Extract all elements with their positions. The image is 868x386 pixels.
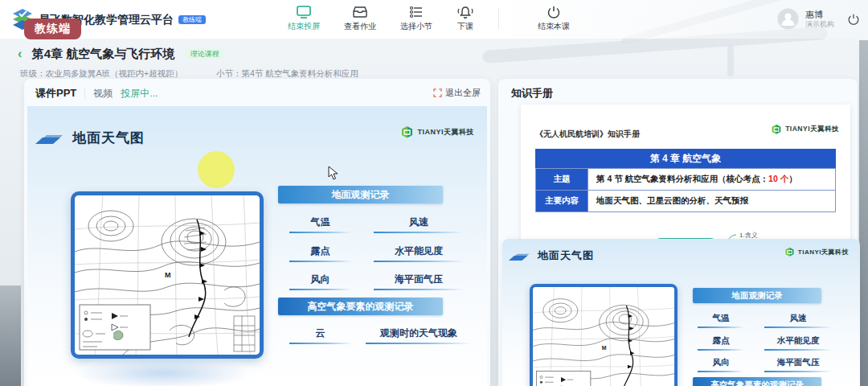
- chapter-banner: 第 4 章 航空气象: [535, 149, 836, 168]
- topic-text: ）: [788, 174, 797, 183]
- tianyi-logo-icon: [400, 125, 414, 139]
- weather-item: 水平能见度: [755, 335, 841, 351]
- tianyi-logo-icon: [771, 124, 782, 135]
- weather-map-image: M: [533, 287, 674, 386]
- mouse-cursor: [328, 166, 338, 180]
- chapter-title: 第4章 航空气象与飞行环境: [32, 47, 175, 60]
- end-casting-button[interactable]: 结束投屏: [288, 5, 320, 32]
- manual-panel-title: 知识手册: [511, 86, 553, 101]
- weather-item: 海平面气压: [755, 357, 841, 372]
- exit-fullscreen-button[interactable]: 退出全屏: [433, 87, 481, 99]
- user-org: 演示机构: [805, 20, 834, 29]
- cast-screen-icon: [296, 5, 312, 19]
- bell-icon: [457, 5, 474, 19]
- item-label: 水平能见度: [755, 335, 841, 347]
- background-edge-right: [859, 40, 868, 386]
- item-label: 露点: [278, 244, 362, 258]
- header-divider: [498, 8, 499, 29]
- weather-item: 风速: [755, 313, 841, 328]
- weather-map-image: M: [75, 195, 260, 355]
- mini-surface-records-header: 地面观测记录: [693, 288, 821, 303]
- select-section-button[interactable]: 选择小节: [400, 5, 432, 32]
- item-label: 水平能见度: [362, 244, 475, 258]
- tab-divider: [84, 88, 85, 99]
- weather-item: 水平能见度: [362, 244, 475, 262]
- user-name: 惠博: [805, 10, 834, 20]
- item-label: 海平面气压: [362, 273, 475, 286]
- background-edge-left: [0, 285, 21, 386]
- manual-doc-header: 《无人机民航培训》知识手册: [535, 129, 640, 140]
- manual-brand: TIANYI天翼科技: [785, 125, 839, 134]
- weather-item: 气温: [687, 313, 755, 328]
- item-label: 露点: [687, 335, 755, 347]
- mini-upper-air-records-header: 高空气象要素的观测记录: [693, 377, 821, 386]
- select-section-label: 选择小节: [400, 21, 432, 32]
- logout-power-icon[interactable]: [847, 13, 860, 26]
- slide-brand: TIANYI天翼科技: [417, 127, 474, 138]
- course-type-badge: 理论课程: [185, 48, 225, 60]
- mini-slide-panel: 地面天气图 TIANYI天翼科技: [502, 239, 860, 386]
- topic-text: 第 4 节 航空气象资料分析和应用（核心考点：: [596, 174, 768, 183]
- end-lesson-label: 结束本课: [538, 21, 570, 32]
- weather-item: 气温: [278, 216, 362, 233]
- table-row-value: 第 4 节 航空气象资料分析和应用（核心考点：10 个）: [588, 169, 836, 191]
- item-label: 海平面气压: [755, 357, 841, 368]
- mini-slide-brand: TIANYI天翼科技: [798, 248, 849, 257]
- view-homework-label: 查看作业: [344, 21, 376, 32]
- slide-title-icon: [35, 130, 68, 145]
- laser-pointer-dot: [198, 151, 235, 188]
- casting-status: 投屏中...: [121, 87, 158, 101]
- avatar[interactable]: [777, 8, 799, 30]
- item-label: 气温: [278, 216, 362, 229]
- map-pressure-label: M: [602, 345, 607, 351]
- weather-item: 露点: [278, 244, 362, 262]
- back-chevron-icon[interactable]: ‹: [18, 47, 22, 60]
- dismiss-class-label: 下课: [457, 21, 473, 32]
- tianyi-logo-icon: [784, 247, 795, 257]
- mini-slide-title: 地面天气图: [538, 248, 594, 263]
- surface-records-header: 地面观测记录: [278, 186, 443, 203]
- surface-weather-map: M: [71, 191, 264, 359]
- item-label: 风向: [687, 357, 755, 368]
- table-row: 主题 第 4 节 航空气象资料分析和应用（核心考点：10 个）: [536, 169, 836, 191]
- class-label: 班级：农业局多旋翼A班（视距内+超视距）: [20, 68, 182, 78]
- map-reflection: [74, 357, 252, 386]
- item-label: 风速: [362, 216, 475, 229]
- section-label: 小节：第4节 航空气象资料分析和应用: [216, 68, 358, 78]
- tab-video[interactable]: 视频: [93, 87, 113, 101]
- slide-title: 地面天气图: [72, 129, 145, 147]
- coach-mode-overlay-badge: 教练端: [24, 18, 81, 39]
- homework-icon: [352, 5, 368, 19]
- weather-item: 观测时的天气现象: [362, 326, 475, 344]
- end-lesson-button[interactable]: 结束本课: [538, 5, 570, 32]
- weather-item: 风向: [687, 357, 755, 372]
- app-window: 易飞数智化教学管理云平台教练端 结束投屏 查看作业: [0, 0, 868, 386]
- background-photo-pipe: [727, 44, 734, 76]
- exit-fullscreen-label: 退出全屏: [445, 87, 481, 99]
- item-label: 风速: [755, 313, 841, 324]
- power-icon: [547, 5, 561, 19]
- weather-item: 风速: [362, 216, 475, 233]
- item-label: 观测时的天气现象: [362, 326, 475, 340]
- section-list-icon: [408, 5, 424, 19]
- platform-role-badge: 教练端: [178, 15, 206, 24]
- top-header-bar: 易飞数智化教学管理云平台教练端 结束投屏 查看作业: [0, 0, 868, 39]
- map-pressure-label: M: [165, 271, 171, 279]
- ppt-slide: 地面天气图 TIANYI天翼科技: [27, 106, 487, 386]
- item-label: 气温: [687, 313, 755, 324]
- weather-item: 海平面气压: [362, 273, 475, 290]
- exit-fullscreen-icon: [433, 88, 442, 97]
- slide-title-icon: [509, 250, 533, 261]
- table-row-label: 主题: [536, 169, 588, 191]
- topic-highlight: 10 个: [768, 174, 788, 183]
- weather-item: 风向: [278, 273, 362, 290]
- courseware-panel: 课件PPT 视频 投屏中... 退出全屏 地面天气图: [24, 79, 490, 386]
- view-homework-button[interactable]: 查看作业: [344, 5, 376, 32]
- tab-ppt[interactable]: 课件PPT: [35, 86, 76, 101]
- item-label: 云: [278, 326, 362, 340]
- weather-item: 云: [278, 326, 362, 344]
- end-casting-label: 结束投屏: [288, 21, 320, 32]
- dismiss-class-button[interactable]: 下课: [457, 5, 474, 32]
- weather-item: 露点: [687, 335, 755, 351]
- chapter-table: 主题 第 4 节 航空气象资料分析和应用（核心考点：10 个） 主要内容 地面天…: [535, 168, 836, 212]
